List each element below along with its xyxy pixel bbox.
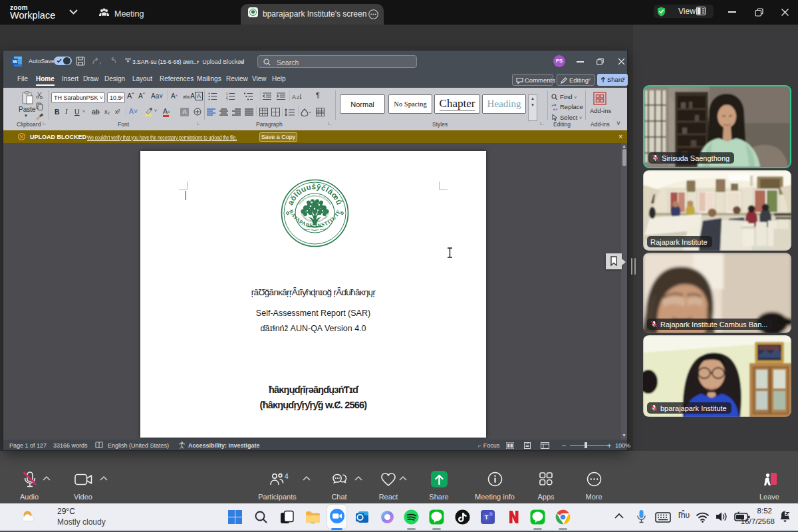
svg-text:Z: Z — [297, 95, 300, 100]
svg-text:A: A — [292, 94, 296, 100]
svg-text:W: W — [13, 59, 18, 65]
svg-text:3: 3 — [226, 98, 228, 101]
svg-text:T: T — [485, 514, 489, 521]
